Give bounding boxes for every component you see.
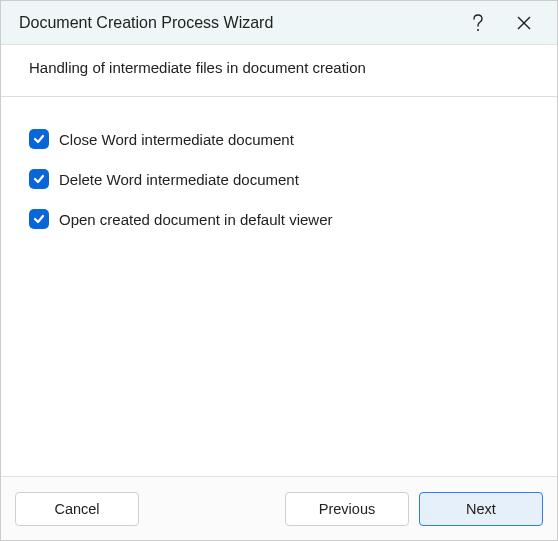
option-open-viewer: Open created document in default viewer [29,209,529,229]
option-delete-word: Delete Word intermediate document [29,169,529,189]
help-icon [472,14,484,32]
checkmark-icon [32,132,46,146]
checkmark-icon [32,212,46,226]
option-label: Close Word intermediate document [59,131,294,148]
option-label: Delete Word intermediate document [59,171,299,188]
checkbox-close-word[interactable] [29,129,49,149]
close-icon [517,16,531,30]
titlebar: Document Creation Process Wizard [1,1,557,45]
close-button[interactable] [501,1,547,45]
checkbox-delete-word[interactable] [29,169,49,189]
checkmark-icon [32,172,46,186]
option-label: Open created document in default viewer [59,211,333,228]
footer: Cancel Previous Next [1,476,557,540]
help-button[interactable] [455,1,501,45]
previous-button[interactable]: Previous [285,492,409,526]
next-button[interactable]: Next [419,492,543,526]
dialog-title: Document Creation Process Wizard [19,14,455,32]
svg-point-0 [477,29,479,31]
content-area: Close Word intermediate document Delete … [1,97,557,476]
checkbox-open-viewer[interactable] [29,209,49,229]
cancel-button[interactable]: Cancel [15,492,139,526]
option-close-word: Close Word intermediate document [29,129,529,149]
header-area: Handling of intermediate files in docume… [1,45,557,97]
page-subtitle: Handling of intermediate files in docume… [29,59,529,76]
wizard-dialog: Document Creation Process Wizard Handlin… [0,0,558,541]
